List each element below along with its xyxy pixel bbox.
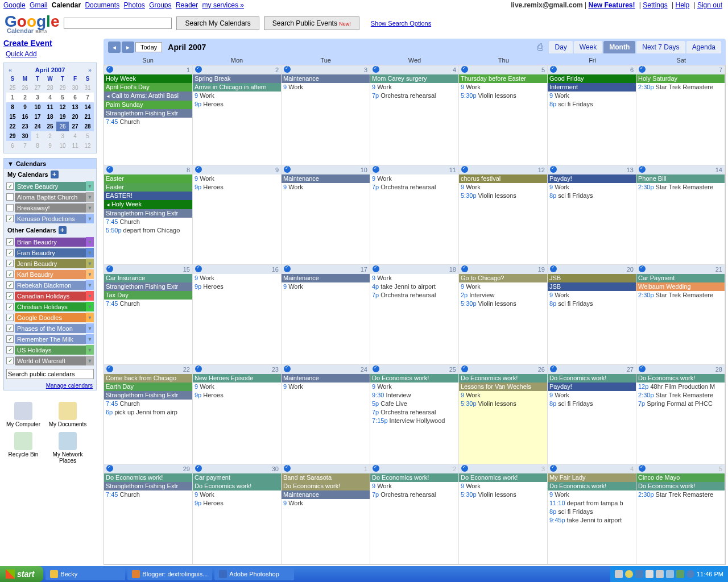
- event[interactable]: Holy Saturday: [636, 74, 725, 83]
- tray-icon[interactable]: [646, 570, 653, 578]
- sign-out-link[interactable]: Sign out: [697, 1, 722, 9]
- calendar-cell[interactable]: 26Do Economics work!Lessons for Van Wech…: [459, 365, 548, 465]
- calendar-checkbox[interactable]: ✓: [6, 182, 14, 190]
- calendar-item[interactable]: Aloma Baptist Church▼: [6, 192, 94, 202]
- calendar-item[interactable]: Breakaway!▼: [6, 203, 94, 213]
- system-tray[interactable]: 11:46 PM: [610, 566, 728, 582]
- calendar-cell[interactable]: 99 Work9p Heroes: [193, 165, 282, 265]
- calendar-item[interactable]: ✓Remember The Milk▼: [6, 334, 94, 344]
- mini-cal-day[interactable]: 5: [81, 131, 94, 141]
- event[interactable]: Do Economics work!: [459, 473, 547, 482]
- event[interactable]: 5:30p Violin lessons: [459, 192, 547, 200]
- event[interactable]: Do Economics work!: [459, 374, 547, 383]
- calendar-item[interactable]: ✓Google Doodles▼: [6, 313, 94, 322]
- calendar-cell[interactable]: 24Maintenance9 Work: [282, 365, 370, 465]
- show-search-options-link[interactable]: Show Search Options: [371, 20, 431, 27]
- tray-icon[interactable]: [615, 570, 623, 578]
- calendar-cell[interactable]: 169 Work9p Heroes: [193, 265, 282, 365]
- calendar-item[interactable]: ✓Brian Beaudry▼: [6, 237, 94, 247]
- event[interactable]: 7p Spring Formal at PHCC: [636, 400, 725, 408]
- event[interactable]: 7:45 Church: [104, 400, 192, 408]
- mini-cal-day[interactable]: 29: [6, 131, 19, 141]
- calendar-dropdown[interactable]: ▼: [86, 269, 94, 279]
- event[interactable]: Welbaum Wedding: [636, 282, 725, 291]
- calendar-cell[interactable]: 1Band at SarasotaDo Economics work!Maint…: [282, 464, 370, 564]
- rtm-check-icon[interactable]: [461, 166, 468, 173]
- mini-cal-day[interactable]: 2: [19, 93, 31, 102]
- mini-cal-day[interactable]: 3: [31, 93, 44, 102]
- event[interactable]: Come back from Chicago: [104, 374, 192, 383]
- rtm-check-icon[interactable]: [284, 265, 291, 272]
- mini-cal-day[interactable]: 26: [56, 122, 69, 131]
- event[interactable]: 9p Heroes: [193, 282, 281, 291]
- event[interactable]: Tax Day: [104, 291, 192, 300]
- event[interactable]: 5:50p depart from Chicago: [104, 226, 192, 235]
- mini-cal-day[interactable]: 17: [31, 112, 44, 122]
- add-my-calendar-button[interactable]: +: [51, 171, 59, 178]
- desktop-icon[interactable]: My Network Places: [48, 432, 88, 464]
- event[interactable]: 9 Work: [193, 490, 281, 499]
- rtm-check-icon[interactable]: [461, 265, 468, 272]
- calendar-item[interactable]: ✓Canadian Holidays▼: [6, 291, 94, 301]
- nav-my-services[interactable]: my services »: [202, 1, 244, 9]
- mini-cal-day[interactable]: 6: [69, 93, 81, 102]
- event[interactable]: Call to Arms: Arathi Basi: [104, 92, 192, 101]
- calendar-cell[interactable]: 10Maintenance9 Work: [282, 165, 370, 265]
- event[interactable]: 5:30p Violin lessons: [459, 300, 547, 308]
- calendar-cell[interactable]: 4My Fair LadyDo Economics work!9 Work11:…: [548, 464, 636, 564]
- event[interactable]: 7p Orchestra rehearsal: [370, 408, 458, 417]
- event[interactable]: 9p Heroes: [193, 100, 281, 109]
- calendar-dropdown[interactable]: ▼: [86, 259, 94, 268]
- quick-add-link[interactable]: Quick Add: [6, 50, 37, 58]
- mini-cal-day[interactable]: 13: [69, 102, 81, 112]
- rtm-check-icon[interactable]: [195, 465, 202, 472]
- event[interactable]: 9 Work: [282, 183, 370, 192]
- calendar-checkbox[interactable]: ✓: [6, 303, 14, 310]
- event[interactable]: 2:30p Star Trek Remastere: [636, 291, 725, 300]
- event[interactable]: Spring Break: [193, 74, 281, 83]
- rtm-check-icon[interactable]: [639, 66, 646, 73]
- mini-cal-day[interactable]: 19: [56, 112, 69, 122]
- calendars-header[interactable]: ▼ Calendars: [4, 159, 96, 169]
- mini-cal-day[interactable]: 31: [81, 83, 94, 93]
- event[interactable]: 8p sci fi Fridays: [548, 192, 636, 200]
- event[interactable]: Stranglethorn Fishing Extr: [104, 391, 192, 400]
- event[interactable]: New Heroes Episode: [193, 374, 281, 383]
- event[interactable]: April Fool's Day: [104, 83, 192, 92]
- tray-icon[interactable]: [676, 570, 684, 578]
- calendar-cell[interactable]: 25Do Economics work!9 Work9:30 Interview…: [370, 365, 459, 465]
- calendar-cell[interactable]: 13Payday!9 Work8p sci fi Fridays: [548, 165, 636, 265]
- rtm-check-icon[interactable]: [461, 465, 468, 472]
- event[interactable]: 9 Work: [370, 383, 458, 391]
- mini-cal-day[interactable]: 26: [19, 83, 31, 93]
- nav-reader[interactable]: Reader: [176, 1, 198, 9]
- mini-cal-day[interactable]: 12: [56, 102, 69, 112]
- event[interactable]: 9 Work: [193, 174, 281, 183]
- mini-cal-day[interactable]: 15: [6, 112, 19, 122]
- calendar-cell[interactable]: 1Holy WeekApril Fool's DayCall to Arms: …: [104, 65, 193, 165]
- taskbar-item[interactable]: Blogger: dextrolinguis...: [127, 568, 212, 580]
- rtm-check-icon[interactable]: [639, 365, 646, 372]
- event[interactable]: 7:15p Interview Hollywood: [370, 417, 458, 425]
- event[interactable]: 9 Work: [459, 282, 547, 291]
- event[interactable]: 2:30p Star Trek Remastere: [636, 83, 725, 92]
- event[interactable]: 7p Orchestra rehearsal: [370, 490, 458, 499]
- event[interactable]: 7:45 Church: [104, 118, 192, 126]
- calendar-cell[interactable]: 30Car paymentDo Economics work!9 Work9p …: [193, 464, 282, 564]
- event[interactable]: My Fair Lady: [548, 473, 636, 482]
- calendar-cell[interactable]: 6Good FridayInterrment9 Work8p sci fi Fr…: [548, 65, 636, 165]
- mini-cal-day[interactable]: 7: [19, 141, 31, 151]
- search-public-events-button[interactable]: Search Public Events New!: [264, 16, 359, 30]
- next-month-button[interactable]: ►: [122, 41, 134, 53]
- calendar-cell[interactable]: 17Maintenance9 Work: [282, 265, 370, 365]
- nav-groups[interactable]: Groups: [149, 1, 171, 9]
- rtm-check-icon[interactable]: [195, 365, 202, 372]
- calendar-item[interactable]: ✓US Holidays▼: [6, 345, 94, 355]
- calendar-checkbox[interactable]: ✓: [6, 238, 14, 246]
- mini-cal-day[interactable]: 4: [69, 131, 81, 141]
- event[interactable]: 9p Heroes: [193, 499, 281, 508]
- event[interactable]: 5:30p Violin lessons: [459, 400, 547, 408]
- event[interactable]: 9 Work: [193, 274, 281, 282]
- rtm-check-icon[interactable]: [195, 265, 202, 272]
- rtm-check-icon[interactable]: [284, 166, 291, 173]
